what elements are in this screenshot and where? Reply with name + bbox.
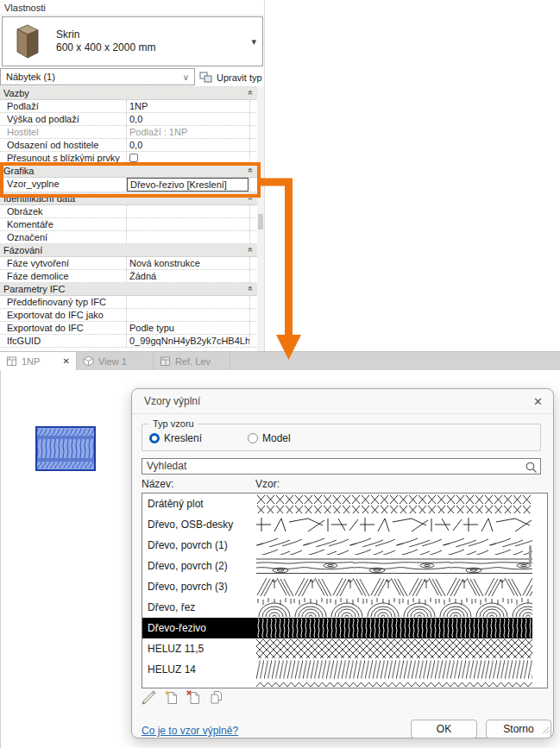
- cabinet-3d-icon: [7, 22, 45, 61]
- property-value[interactable]: 1NP: [127, 100, 250, 112]
- type-selector[interactable]: Skrin 600 x 400 x 2000 mm ▾: [2, 16, 263, 66]
- list-item[interactable]: Dřevo, povrch (2): [142, 556, 547, 576]
- property-value: Podlaží : 1NP: [127, 126, 250, 138]
- property-value[interactable]: 0,0: [127, 139, 250, 151]
- property-label: Označení: [0, 231, 127, 243]
- edit-pattern-icon[interactable]: [141, 689, 157, 706]
- pattern-list[interactable]: Drátěný plot Dřevo, OSB-desky Dřevo, pov…: [142, 493, 548, 688]
- radio-model[interactable]: Model: [248, 432, 291, 444]
- collapse-chevron-icon[interactable]: »: [247, 169, 255, 173]
- list-item[interactable]: Dřevo, OSB-desky: [142, 514, 547, 535]
- property-row: Exportovat do IFC jako: [0, 309, 258, 322]
- list-item[interactable]: HELUZ 11,5: [142, 638, 547, 659]
- property-value[interactable]: 0_99gqNnH4yB2yk7cHB4Lh: [127, 335, 250, 347]
- property-label: Komentáře: [0, 218, 127, 230]
- delete-pattern-icon[interactable]: [186, 689, 202, 706]
- search-input[interactable]: [142, 459, 518, 473]
- property-label: IfcGUID: [0, 335, 127, 347]
- pattern-type-legend: Typ vzoru: [149, 418, 198, 429]
- list-item[interactable]: Dřevo, povrch (1): [142, 535, 547, 556]
- property-row: Komentáře: [0, 218, 258, 231]
- group-header-fazovani[interactable]: Fázování »: [0, 244, 258, 257]
- fill-pattern-edit-field[interactable]: Dřevo-řezivo [Kreslení]: [127, 178, 249, 192]
- property-value[interactable]: [127, 296, 250, 308]
- close-tab-icon[interactable]: ✕: [63, 357, 70, 366]
- list-item[interactable]: [142, 680, 547, 688]
- view-tab-view1[interactable]: View 1: [77, 352, 154, 370]
- new-pattern-icon[interactable]: [163, 689, 179, 706]
- checkbox[interactable]: [129, 154, 138, 162]
- group-header-vazby[interactable]: Vazby »: [0, 87, 258, 100]
- diamond-lattice-pattern-swatch: [256, 639, 532, 658]
- property-label: Fáze demolice: [0, 270, 127, 282]
- help-link[interactable]: Co je to vzor výplně?: [142, 725, 238, 737]
- property-label: Obrázek: [0, 205, 127, 217]
- type-thumbnail: [3, 18, 49, 65]
- tab-label: View 1: [98, 356, 127, 367]
- zigzag-pattern-swatch: [256, 681, 532, 688]
- dialog-title-bar[interactable]: Vzory výplní ✕: [132, 389, 553, 414]
- property-row: Předdefinovaný typ IFC: [0, 296, 258, 309]
- scrollbar-thumb[interactable]: [258, 214, 263, 229]
- radio-selected-icon[interactable]: [149, 433, 160, 443]
- collapse-chevron-icon[interactable]: »: [247, 287, 255, 292]
- property-row: Fáze vytvoření Nová konstrukce: [0, 257, 258, 270]
- search-icon: [525, 461, 538, 474]
- 3d-view-icon: [83, 355, 94, 367]
- radio-unselected-icon[interactable]: [248, 433, 258, 443]
- property-label: Podlaží: [0, 100, 127, 112]
- edit-type-button[interactable]: Upravit typ: [199, 69, 265, 85]
- type-selector-dropdown-icon[interactable]: ▾: [251, 36, 256, 47]
- floor-plan-icon: [6, 355, 17, 367]
- property-value[interactable]: 0,0: [127, 113, 250, 125]
- resize-grip[interactable]: [542, 726, 550, 734]
- radio-kresleni[interactable]: Kreslení: [149, 432, 202, 444]
- herringbone-pattern-swatch: [256, 577, 532, 596]
- property-label: Odsazení od hostitele: [0, 139, 127, 151]
- group-header-identifikacni-data[interactable]: Identifikační data »: [0, 192, 258, 205]
- chain-link-pattern-swatch: [256, 494, 532, 513]
- property-label: Přesunout s blízkými prvky: [0, 152, 127, 164]
- list-item[interactable]: Dřevo, povrch (3): [142, 576, 547, 597]
- property-value[interactable]: Žádná: [127, 270, 250, 282]
- properties-scrollbar[interactable]: [257, 86, 264, 351]
- properties-panel-title: Vlastnosti: [0, 0, 264, 16]
- pattern-search-box[interactable]: [142, 458, 541, 475]
- floor-plan-icon: [160, 355, 171, 367]
- pattern-type-groupbox: Typ vzoru Kreslení Model: [142, 424, 541, 451]
- group-header-grafika[interactable]: Grafika »: [0, 165, 258, 178]
- properties-grid: Vazby » Podlaží 1NP Výška od podlaží 0,0…: [0, 86, 258, 351]
- list-scrollbar-thumb[interactable]: [529, 545, 532, 564]
- property-row: IfcGUID 0_99gqNnH4yB2yk7cHB4Lh: [0, 335, 258, 348]
- wood-grain-knots-pattern-swatch: [256, 556, 532, 575]
- list-item[interactable]: HELUZ 14: [142, 659, 547, 680]
- property-value[interactable]: [127, 205, 250, 217]
- property-row: Výška od podlaží 0,0: [0, 113, 258, 126]
- close-icon[interactable]: ✕: [533, 395, 543, 408]
- property-value[interactable]: [127, 309, 250, 321]
- property-value[interactable]: Nová konstrukce: [127, 257, 250, 269]
- dialog-title: Vzory výplní: [144, 395, 200, 407]
- collapse-chevron-icon[interactable]: »: [247, 197, 255, 201]
- property-value[interactable]: [127, 218, 250, 230]
- property-value[interactable]: Podle typu: [127, 322, 250, 334]
- view-tab-ref-level[interactable]: Ref. Lev: [154, 352, 230, 370]
- property-label: Výška od podlaží: [0, 113, 127, 125]
- chevron-down-icon: ∨: [183, 70, 189, 85]
- collapse-chevron-icon[interactable]: »: [247, 91, 255, 96]
- property-value[interactable]: [127, 231, 250, 243]
- property-row: Přesunout s blízkými prvky: [0, 152, 258, 165]
- ok-button[interactable]: OK: [411, 720, 477, 739]
- view-tab-1np[interactable]: 1NP ✕: [0, 352, 77, 370]
- group-header-parametry-ifc[interactable]: Parametry IFC »: [0, 283, 258, 296]
- list-item[interactable]: Drátěný plot: [142, 493, 547, 514]
- steep-hatch-pattern-swatch: [256, 660, 532, 679]
- element-filter-value: Nábytek (1): [6, 72, 55, 82]
- list-item-selected[interactable]: Dřevo-řezivo: [142, 618, 547, 638]
- furniture-element-plan[interactable]: [35, 426, 96, 471]
- property-label: Hostitel: [0, 126, 127, 138]
- list-item[interactable]: Dřevo, řez: [142, 597, 547, 618]
- collapse-chevron-icon[interactable]: »: [247, 248, 255, 253]
- duplicate-pattern-icon[interactable]: [208, 689, 224, 706]
- element-filter-select[interactable]: Nábytek (1) ∨: [0, 68, 195, 85]
